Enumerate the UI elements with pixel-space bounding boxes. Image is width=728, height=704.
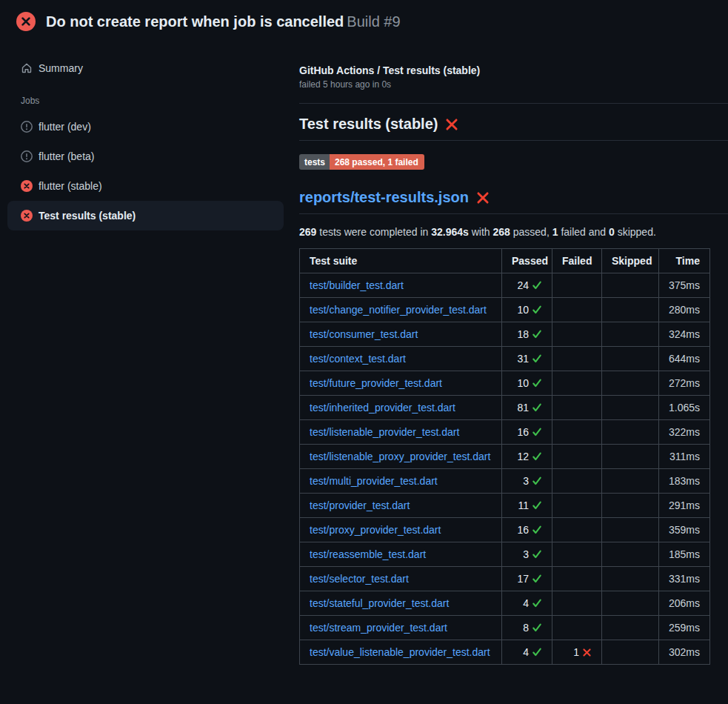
test-suite-row: test/stateful_provider_test.dart4206ms (300, 591, 710, 616)
report-file-link[interactable]: reports/test-results.json (299, 189, 469, 206)
passed-cell: 18 (502, 322, 552, 347)
check-icon (532, 574, 542, 584)
test-suite-link[interactable]: test/provider_test.dart (310, 499, 410, 511)
run-meta: failed 5 hours ago in 0s (299, 79, 728, 90)
test-suite-link[interactable]: test/multi_provider_test.dart (310, 475, 438, 487)
test-suite-row: test/listenable_provider_test.dart16322m… (300, 420, 710, 445)
skipped-cell (602, 518, 659, 542)
summary-label: Summary (39, 62, 83, 74)
sidebar-item-flutter-stable[interactable]: flutter (stable) (7, 171, 284, 201)
skipped-cell (602, 371, 659, 396)
test-suite-row: test/inherited_provider_test.dart811.065… (300, 396, 710, 420)
test-suite-link[interactable]: test/selector_test.dart (310, 573, 409, 585)
skipped-cell (602, 616, 659, 640)
test-suite-link[interactable]: test/listenable_provider_test.dart (310, 426, 459, 438)
failed-cell (552, 542, 602, 567)
jobs-section-label: Jobs (21, 96, 294, 106)
passed-cell: 81 (502, 396, 552, 420)
skipped-cell (602, 494, 659, 518)
breadcrumb: GitHub Actions / Test results (stable) (299, 64, 728, 76)
suite-cell: test/listenable_proxy_provider_test.dart (300, 445, 502, 469)
suite-cell: test/stream_provider_test.dart (300, 616, 502, 640)
passed-cell: 10 (502, 371, 552, 396)
test-suite-row: test/change_notifier_provider_test.dart1… (300, 298, 710, 322)
section-title: Test results (stable) (299, 116, 728, 141)
suite-cell: test/stateful_provider_test.dart (300, 591, 502, 616)
test-suite-row: test/value_listenable_provider_test.dart… (300, 640, 710, 665)
test-table-body: test/builder_test.dart24375mstest/change… (300, 273, 710, 665)
passed-cell: 3 (502, 542, 552, 567)
check-icon (532, 647, 542, 657)
check-icon (532, 402, 542, 413)
suite-cell: test/future_provider_test.dart (300, 371, 502, 396)
sidebar-item-test-results-stable[interactable]: Test results (stable) (7, 201, 284, 230)
check-icon (532, 500, 542, 511)
passed-cell: 12 (502, 445, 552, 469)
test-suite-link[interactable]: test/proxy_provider_test.dart (310, 524, 441, 536)
test-suite-row: test/stream_provider_test.dart8259ms (300, 616, 710, 640)
time-cell: 291ms (659, 494, 710, 518)
suite-cell: test/multi_provider_test.dart (300, 469, 502, 494)
cancelled-icon (21, 150, 33, 162)
passed-cell: 4 (502, 640, 552, 665)
skipped-cell (602, 298, 659, 322)
sidebar-item-flutter-beta[interactable]: flutter (beta) (7, 142, 284, 171)
check-icon (532, 353, 542, 364)
skipped-cell (602, 273, 659, 298)
time-cell: 206ms (659, 591, 710, 616)
test-suite-link[interactable]: test/consumer_test.dart (310, 328, 418, 340)
failed-cell (552, 567, 602, 591)
test-suite-row: test/selector_test.dart17331ms (300, 567, 710, 591)
passed-cell: 17 (502, 567, 552, 591)
suite-cell: test/proxy_provider_test.dart (300, 518, 502, 542)
time-cell: 259ms (659, 616, 710, 640)
sidebar-item-summary[interactable]: Summary (0, 59, 294, 78)
header-passed: Passed (502, 249, 552, 273)
job-label: Test results (stable) (39, 210, 136, 222)
run-header: Do not create report when job is cancell… (0, 0, 728, 41)
test-suite-link[interactable]: test/listenable_proxy_provider_test.dart (310, 451, 490, 462)
test-suite-link[interactable]: test/inherited_provider_test.dart (310, 402, 455, 414)
sidebar-item-flutter-dev[interactable]: flutter (dev) (7, 112, 284, 142)
test-suite-link[interactable]: test/reassemble_test.dart (310, 548, 426, 560)
test-suite-link[interactable]: test/change_notifier_provider_test.dart (310, 304, 487, 316)
skipped-cell (602, 396, 659, 420)
cancelled-icon (21, 121, 33, 133)
skipped-cell (602, 420, 659, 445)
failed-cell (552, 420, 602, 445)
x-circle-icon (16, 12, 36, 31)
time-cell: 183ms (659, 469, 710, 494)
test-suite-link[interactable]: test/value_listenable_provider_test.dart (310, 646, 490, 658)
test-suite-row: test/context_test.dart31644ms (300, 347, 710, 371)
test-suite-link[interactable]: test/stream_provider_test.dart (310, 622, 447, 634)
failed-cell (552, 396, 602, 420)
job-label: flutter (dev) (39, 121, 91, 133)
divider (299, 103, 728, 104)
time-cell: 644ms (659, 347, 710, 371)
failed-cell (552, 273, 602, 298)
skipped-cell (602, 347, 659, 371)
test-suite-link[interactable]: test/future_provider_test.dart (310, 377, 442, 389)
header-test-suite: Test suite (300, 249, 502, 273)
failed-cell (552, 298, 602, 322)
time-cell: 302ms (659, 640, 710, 665)
failed-x-icon (445, 118, 458, 131)
x-circle-icon (21, 180, 33, 192)
test-suite-link[interactable]: test/context_test.dart (310, 353, 406, 365)
suite-cell: test/consumer_test.dart (300, 322, 502, 347)
job-label: flutter (stable) (39, 180, 102, 192)
test-suite-link[interactable]: test/stateful_provider_test.dart (310, 597, 449, 609)
passed-cell: 4 (502, 591, 552, 616)
badge-label: tests (299, 154, 330, 170)
test-suite-row: test/provider_test.dart11291ms (300, 494, 710, 518)
test-suite-link[interactable]: test/builder_test.dart (310, 279, 404, 291)
failed-x-icon (476, 191, 490, 205)
passed-cell: 31 (502, 347, 552, 371)
skipped-cell (602, 640, 659, 665)
test-suite-row: test/listenable_proxy_provider_test.dart… (300, 445, 710, 469)
header-failed: Failed (552, 249, 602, 273)
test-suite-row: test/consumer_test.dart18324ms (300, 322, 710, 347)
skipped-cell (602, 445, 659, 469)
skipped-cell (602, 567, 659, 591)
report-heading: reports/test-results.json (299, 189, 728, 214)
